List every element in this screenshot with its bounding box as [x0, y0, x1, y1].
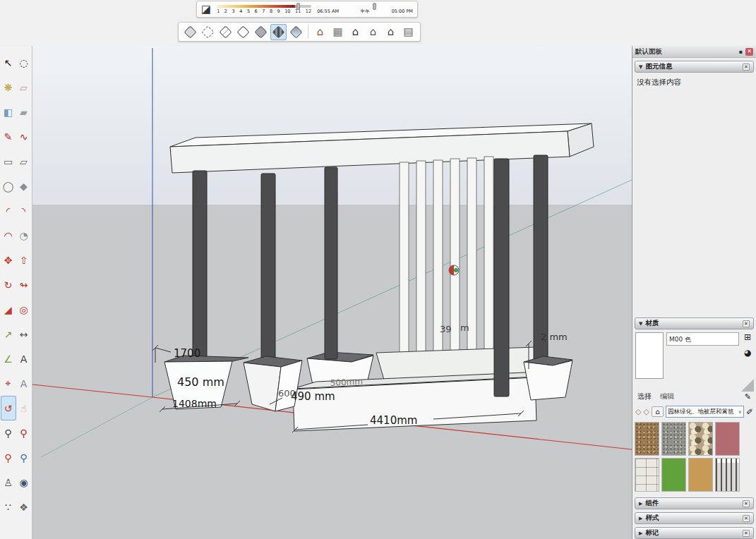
paint-bucket-tool[interactable]: ❋: [1, 75, 16, 99]
date-slider-handle[interactable]: [296, 3, 300, 10]
shadow-date-slider[interactable]: 123456789101112: [217, 5, 311, 14]
back-arrow-icon[interactable]: ◇: [635, 407, 641, 416]
rectangle-tool[interactable]: ▭: [1, 149, 16, 174]
pie-tool[interactable]: ◔: [16, 223, 32, 248]
back-edges-icon[interactable]: [200, 24, 216, 40]
tab-edit[interactable]: 编辑: [660, 392, 674, 401]
section-plane-tool[interactable]: ❖: [16, 495, 32, 519]
edit-pencil-icon[interactable]: ✎: [745, 392, 751, 401]
material-sand-tan[interactable]: [688, 458, 713, 492]
protractor-tool[interactable]: ∠: [1, 346, 16, 371]
text-tool[interactable]: A: [16, 346, 32, 371]
create-material-icon[interactable]: ⊞: [744, 332, 751, 342]
time-slider-bar[interactable]: [317, 5, 413, 8]
shadow-time-slider[interactable]: 06:55 AM 中午 05:00 PM: [317, 5, 413, 14]
material-name-input[interactable]: M00 色: [666, 332, 739, 346]
axes-tool[interactable]: ⌖: [1, 371, 16, 396]
default-tray-panel: 默认面板 ▪ ✕ ▼ 图元信息 ✕ 没有选择内容 ▼ 材质 ✕ M00 色 ⊞ …: [632, 46, 756, 539]
shadow-toggle-icon[interactable]: ◪: [201, 4, 211, 15]
tray-title-bar[interactable]: 默认面板 ▪ ✕: [632, 46, 756, 58]
tab-select[interactable]: 选择: [637, 392, 652, 401]
home-icon[interactable]: ⌂: [652, 406, 664, 417]
polygon-tool[interactable]: ◆: [16, 174, 32, 198]
circle-tool[interactable]: ◯: [1, 174, 16, 198]
tool-palette: ↖ ◌ ❋ ▱ ◧ ▰ ✎ ∿ ▭ ▱ ◯ ◆ ◜ ◝ ◠ ◔: [0, 46, 32, 539]
materials-close-button[interactable]: ✕: [743, 320, 750, 327]
three-point-arc-tool[interactable]: ◠: [1, 223, 16, 248]
3d-text-tool[interactable]: A: [16, 371, 32, 396]
eraser-tool[interactable]: ▱: [16, 75, 32, 99]
section-styles[interactable]: ▶ 样式 ✕: [635, 512, 754, 524]
pan-tool[interactable]: ☝: [16, 396, 32, 420]
back-view-icon[interactable]: ⌂: [383, 24, 399, 40]
time-slider-handle[interactable]: [373, 3, 376, 10]
model-viewport[interactable]: 1700 450 mm 1408mm 600 490 mm 500mm 4410…: [32, 46, 632, 539]
modeling-canvas[interactable]: 1700 450 mm 1408mm 600 490 mm 500mm 4410…: [32, 46, 632, 539]
tray-close-button[interactable]: ✕: [745, 48, 753, 56]
front-view-icon[interactable]: ⌂: [347, 24, 364, 40]
month-tick: 12: [306, 9, 311, 14]
tape-measure-tool[interactable]: ↗: [1, 322, 16, 346]
arc-tool[interactable]: ◜: [1, 198, 16, 223]
expand-arrow-icon: ▼: [639, 321, 642, 327]
follow-me-tool[interactable]: ↬: [16, 272, 32, 297]
lasso-select-tool[interactable]: ◌: [16, 50, 32, 75]
material-fence-gray[interactable]: [715, 458, 740, 492]
push-pull-tool[interactable]: ⇧: [16, 248, 32, 272]
rotated-rectangle-tool[interactable]: ▱: [16, 149, 32, 174]
material-gravel-brown[interactable]: [635, 422, 659, 456]
entity-info-header[interactable]: ▼ 图元信息 ✕: [635, 61, 754, 73]
section-close-button[interactable]: ✕: [743, 500, 750, 507]
right-view-icon[interactable]: ⌂: [365, 24, 381, 40]
monochrome-icon[interactable]: [288, 24, 304, 40]
forward-arrow-icon[interactable]: ◇: [643, 407, 649, 416]
materials-header[interactable]: ▼ 材质 ✕: [635, 317, 754, 329]
section-components[interactable]: ▶ 组件 ✕: [635, 497, 754, 509]
material-cobblestone[interactable]: [688, 422, 713, 456]
freehand-tool[interactable]: ∿: [16, 124, 32, 149]
pin-icon[interactable]: ▪: [739, 49, 743, 55]
paint-bucket-icon[interactable]: ◕: [744, 348, 751, 358]
soft-eraser-tool[interactable]: ▰: [16, 99, 32, 124]
material-grass-green[interactable]: [661, 458, 686, 492]
offset-tool[interactable]: ◎: [16, 297, 32, 322]
two-point-arc-tool[interactable]: ◝: [16, 198, 32, 223]
zoom-previous-tool[interactable]: ⚲: [16, 445, 32, 470]
position-camera-tool[interactable]: ♙: [1, 470, 16, 495]
material-preview-swatch[interactable]: [635, 332, 664, 379]
material-flagstone-white[interactable]: [635, 458, 659, 492]
move-tool[interactable]: ✥: [1, 248, 16, 272]
shaded-icon[interactable]: [253, 24, 269, 40]
xray-mode-icon[interactable]: [182, 24, 198, 40]
hidden-line-icon[interactable]: [235, 24, 251, 40]
dimension-tool[interactable]: ↔: [16, 322, 32, 346]
rotate-tool[interactable]: ↻: [1, 272, 16, 297]
section-label: 标记: [645, 528, 659, 538]
entity-info-close-button[interactable]: ✕: [743, 63, 750, 71]
date-slider-bar[interactable]: [217, 5, 311, 8]
textured-paint-tool[interactable]: ◧: [1, 99, 16, 124]
material-clay-red[interactable]: [715, 422, 740, 456]
collapsed-arrow-icon: ▶: [639, 516, 642, 521]
orbit-tool[interactable]: ↺: [1, 396, 16, 420]
month-tick: 7: [262, 9, 265, 14]
look-around-tool[interactable]: ◉: [16, 470, 32, 495]
zoom-window-tool[interactable]: ⚲: [16, 420, 32, 445]
section-tags[interactable]: ▶ 标记 ✕: [635, 527, 754, 539]
walk-tool[interactable]: ∵: [1, 495, 16, 519]
material-gravel-gray[interactable]: [661, 422, 686, 456]
top-view-icon[interactable]: ▦: [330, 24, 346, 40]
section-close-button[interactable]: ✕: [743, 530, 750, 537]
wireframe-icon[interactable]: [217, 24, 234, 40]
line-tool[interactable]: ✎: [1, 124, 16, 149]
left-view-icon[interactable]: ▤: [400, 24, 416, 40]
shaded-with-textures-icon[interactable]: [270, 24, 287, 40]
section-close-button[interactable]: ✕: [743, 515, 750, 522]
material-category-dropdown[interactable]: 园林绿化、地被层和篱笆 ∨: [666, 406, 744, 418]
iso-view-icon[interactable]: ⌂: [312, 24, 328, 40]
zoom-tool[interactable]: ⚲: [1, 420, 16, 445]
select-tool[interactable]: ↖: [1, 50, 16, 75]
zoom-extents-tool[interactable]: ⚲: [1, 445, 16, 470]
sample-paint-icon[interactable]: ✐: [746, 407, 753, 417]
scale-tool[interactable]: ◢: [1, 297, 16, 322]
